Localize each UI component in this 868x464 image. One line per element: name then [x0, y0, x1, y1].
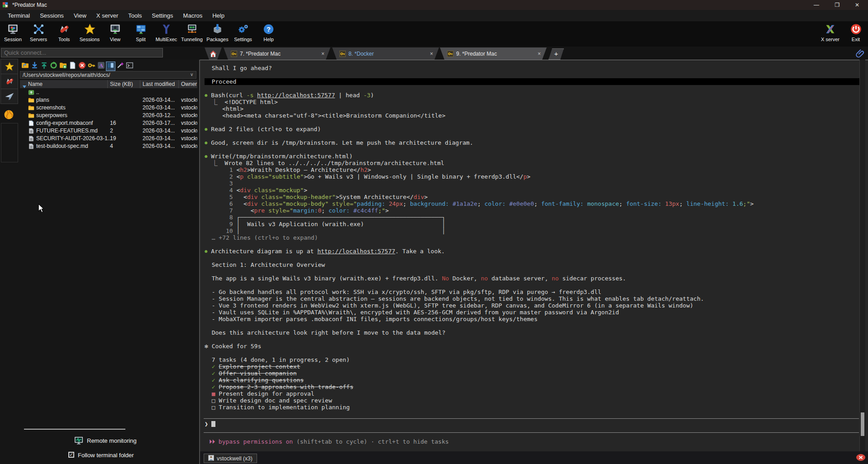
file-owner: vstockw... [181, 120, 197, 126]
terminal-text: Does this architecture look right before… [205, 329, 445, 336]
terminal-text: > [527, 173, 530, 180]
file-owner: vstockw... [181, 135, 197, 142]
menu-item-x-server[interactable]: X server [91, 12, 123, 19]
font-button[interactable]: A [97, 62, 105, 71]
wizard-button[interactable] [116, 62, 124, 71]
table-row[interactable]: SECURITY-AUDIT-2026-03-1...192026-03-14.… [20, 135, 197, 142]
menu-item-settings[interactable]: Settings [147, 12, 178, 19]
menu-item-macros[interactable]: Macros [178, 12, 208, 19]
attach-icon[interactable] [855, 48, 865, 58]
terminal-prompt[interactable]: ❯ [205, 421, 215, 427]
toolbar-button-x-server[interactable]: X server [817, 23, 843, 42]
toolbar-button-session[interactable]: Session [0, 23, 26, 42]
toolbar-button-tunneling[interactable]: Tunneling [179, 23, 205, 42]
toolbar-button-multiexec[interactable]: MultiExec [153, 23, 179, 42]
column-header-last-modified[interactable]: Last modified [143, 81, 175, 87]
scrollbar[interactable] [859, 60, 865, 451]
new-file-button[interactable] [68, 62, 77, 71]
tab-close-icon[interactable]: × [538, 51, 541, 57]
column-header-size-kb-[interactable]: Size (KB) [110, 81, 133, 87]
terminal-link[interactable]: http://localhost:57577 [257, 92, 335, 99]
new-tab-button[interactable]: + [548, 48, 564, 60]
menu-item-view[interactable]: View [69, 12, 91, 19]
terminal-line: 10 │ │ [205, 227, 861, 234]
sidebar-item-tools[interactable] [0, 74, 18, 89]
terminal-line: Proceed [205, 78, 861, 85]
packages-icon [211, 23, 224, 35]
title-bar: *Predator Mac — ❐ ✕ [0, 0, 868, 10]
terminal-text: ; [477, 200, 485, 207]
table-row[interactable]: plans2026-03-14...vstockw... [20, 96, 197, 104]
quick-connect-input[interactable] [1, 48, 163, 57]
table-row[interactable]: FUTURE-FEATURES.md22026-03-14...vstockw.… [20, 127, 197, 135]
follow-terminal-checkbox[interactable]: ✓ [68, 452, 74, 458]
sidebar-item-sessions[interactable] [0, 59, 18, 74]
terminal-text: 1.6 [732, 200, 743, 207]
home-tab[interactable] [205, 47, 222, 60]
key-button[interactable] [87, 62, 96, 71]
parent-folder-button[interactable] [21, 62, 29, 71]
sidebar-item-macros[interactable] [0, 89, 18, 104]
close-button[interactable]: ✕ [854, 1, 861, 9]
toolbar-button-view[interactable]: View [102, 23, 128, 42]
column-header-name[interactable]: Name [28, 81, 43, 87]
terminal-line: ■ Present design for approval [205, 390, 861, 397]
tab-close-icon[interactable]: × [321, 51, 324, 57]
menu-item-help[interactable]: Help [207, 12, 229, 19]
terminal-text: ; [679, 200, 687, 207]
terminal[interactable]: Shall I go ahead? Proceed⏺ Bash(curl -s … [200, 60, 868, 451]
table-row[interactable]: test-buildout-spec.md42026-03-14...vstoc… [20, 142, 197, 150]
menu-item-sessions[interactable]: Sessions [35, 12, 69, 19]
remote-monitoring-icon[interactable] [74, 436, 83, 445]
download-button[interactable] [30, 62, 39, 71]
table-row[interactable]: screenshots2026-03-14...vstockw... [20, 104, 197, 112]
toolbar-button-tools[interactable]: Tools [51, 23, 77, 42]
minimize-button[interactable]: — [813, 1, 820, 9]
terminal-text: Transition to implementation planning [215, 404, 349, 411]
maximize-button[interactable]: ❐ [834, 1, 841, 9]
multiexec-icon [160, 23, 172, 35]
toolbar-button-servers[interactable]: Servers [26, 23, 52, 42]
toolbar-button-exit[interactable]: Exit [843, 23, 868, 42]
menu-item-tools[interactable]: Tools [123, 12, 147, 19]
table-row[interactable]: config-export.mobaconf162026-03-17...vst… [20, 119, 197, 127]
toolbar-button-help[interactable]: ?Help [256, 23, 281, 42]
servers-icon [33, 23, 45, 35]
terminal-line [205, 336, 861, 343]
terminal-text: Shall I go ahead? [205, 65, 272, 71]
upload-button[interactable] [40, 62, 48, 71]
new-folder-button[interactable] [59, 62, 67, 71]
terminal-link[interactable]: http://localhost:57577 [317, 248, 395, 255]
toolbar-button-settings[interactable]: Settings [230, 23, 256, 42]
toolbar-button-sessions[interactable]: Sessions [77, 23, 103, 42]
table-row[interactable]: superpowers2026-03-12...vstockw... [20, 112, 197, 119]
refresh-button[interactable] [49, 62, 58, 71]
globe-icon[interactable] [3, 109, 14, 120]
sort-icon [22, 82, 27, 86]
menu-item-terminal[interactable]: Terminal [3, 12, 35, 19]
session-button[interactable]: vstockwell (x3) [204, 454, 257, 463]
session-tab-7[interactable]: 7. *Predator Mac× [224, 47, 330, 60]
column-header-owner[interactable]: Owner [181, 81, 197, 87]
terminal-text: class= [258, 200, 282, 207]
terminal-line: ⏺ Bash(curl -s http://localhost:57577 | … [205, 92, 861, 99]
path-input[interactable]: /Users/vstockwell/repos/wraith/docs/ [20, 71, 196, 79]
delete-button[interactable] [78, 62, 86, 71]
session-tab-9[interactable]: 9. *Predator Mac× [440, 47, 547, 60]
terminal-line [205, 268, 861, 275]
terminal-text: ;" [743, 200, 750, 207]
close-session-button[interactable] [856, 454, 866, 461]
toolbar-button-packages[interactable]: Packages [205, 23, 230, 42]
session-tab-8[interactable]: 8. *Docker× [332, 47, 439, 60]
sidebar-separator [24, 429, 125, 430]
console-button[interactable] [125, 62, 134, 71]
split-view-button[interactable] [106, 62, 115, 71]
toolbar-button-split[interactable]: Split [128, 23, 154, 42]
chevron-down-icon[interactable]: ∨ [190, 72, 193, 77]
terminal-text: Proceed [205, 78, 236, 85]
terminal-text [205, 377, 212, 384]
terminal-text: database server, [488, 275, 552, 282]
table-row[interactable]: .. [20, 89, 197, 96]
tab-close-icon[interactable]: × [430, 51, 433, 57]
scrollbar-thumb[interactable] [861, 412, 864, 436]
